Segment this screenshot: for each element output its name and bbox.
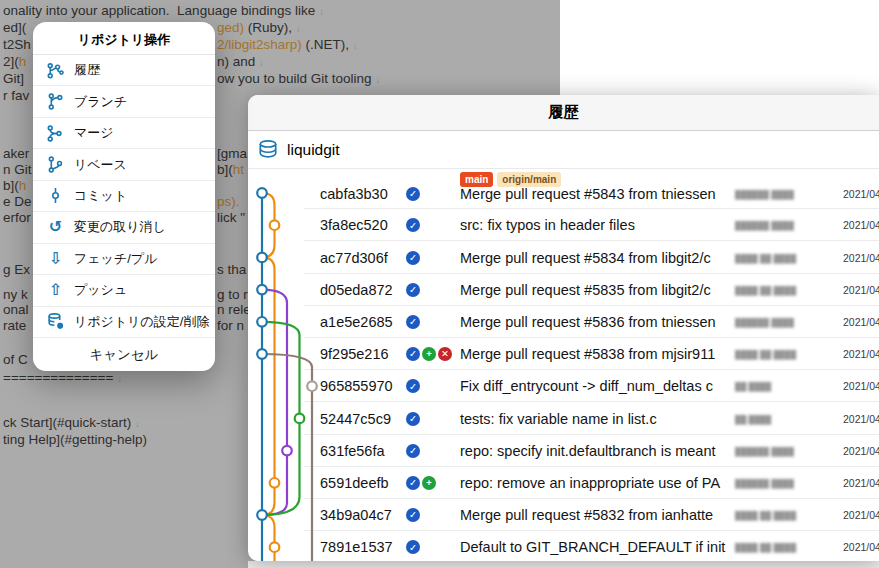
menu-item-undo[interactable]: ↺変更の取り消し xyxy=(33,212,215,243)
commit-author-redacted: ██ ████ xyxy=(735,382,771,391)
commit-hash: 6591deefb xyxy=(320,475,389,491)
doc-text-fragment: ps). xyxy=(217,194,240,209)
status-badge-check-icon: ✓ xyxy=(406,283,420,297)
commit-message: tests: fix variable name in list.c xyxy=(460,411,732,427)
commit-hash: 965855970 xyxy=(320,378,393,394)
menu-item-repo-settings[interactable]: リポジトリの設定/削除 xyxy=(33,307,215,338)
commit-row[interactable]: 52447c5c9✓tests: fix variable name in li… xyxy=(248,402,879,434)
history-icon xyxy=(46,61,65,80)
undo-icon: ↺ xyxy=(46,218,65,237)
commit-message: Merge pull request #5838 from mjsir911 xyxy=(460,346,732,362)
doc-text-fragment: ow you to build Git tooling ↓ xyxy=(217,71,380,87)
commit-date: 2021/04 xyxy=(843,188,879,200)
doc-text-fragment: ged) (Ruby), ↓ xyxy=(217,20,301,36)
commit-row[interactable]: d05eda872✓Merge pull request #5835 from … xyxy=(248,274,879,306)
history-panel: 履歴 liquidgit mainorigin/maincabfa3b30✓Me… xyxy=(248,95,879,561)
doc-text-fragment: aker xyxy=(3,146,29,161)
doc-text-fragment: onality into your application. Language … xyxy=(3,3,324,19)
repo-name: liquidgit xyxy=(287,141,340,159)
status-badges: ✓ xyxy=(406,540,420,554)
commit-hash: 34b9a04c7 xyxy=(320,507,392,523)
doc-text-fragment: rate xyxy=(3,318,26,333)
doc-text-fragment: ed]( xyxy=(3,20,26,35)
status-badge-check-icon: ✓ xyxy=(406,476,420,490)
doc-text-fragment: r fav xyxy=(3,88,29,103)
doc-text-fragment: ck Start](#quick-start) ↓ xyxy=(3,415,140,431)
commit-row[interactable]: a1e5e2685✓Merge pull request #5836 from … xyxy=(248,306,879,338)
commit-message: Merge pull request #5832 from ianhatte xyxy=(460,507,732,523)
doc-text-fragment: lick " xyxy=(217,210,245,225)
menu-item-branch[interactable]: ブランチ xyxy=(33,86,215,117)
menu-item-label: ブランチ xyxy=(74,93,127,111)
commit-row[interactable]: 3fa8ec520✓src: fix typos in header files… xyxy=(248,209,879,241)
doc-text-fragment: t2Sh xyxy=(3,37,31,52)
screen: onality into your application. Language … xyxy=(0,0,879,568)
rebase-icon xyxy=(46,155,65,174)
status-badge-cross-icon: ✕ xyxy=(438,347,452,361)
commit-row[interactable]: ac77d306f✓Merge pull request #5834 from … xyxy=(248,241,879,273)
commit-date: 2021/04 xyxy=(843,316,879,328)
status-badges: ✓ xyxy=(406,444,420,458)
commit-row[interactable]: 34b9a04c7✓Merge pull request #5832 from … xyxy=(248,499,879,531)
commit-date: 2021/04 xyxy=(843,509,879,521)
ref-badges: mainorigin/main xyxy=(460,172,561,187)
commit-message: Fix diff_entrycount -> diff_num_deltas c xyxy=(460,378,732,394)
status-badge-plus-icon: + xyxy=(422,347,436,361)
doc-text-fragment: for n xyxy=(217,318,244,333)
doc-text-fragment: n rele xyxy=(217,302,251,317)
commit-list: mainorigin/maincabfa3b30✓Merge pull requ… xyxy=(248,168,879,561)
commit-hash: ac77d306f xyxy=(320,250,388,266)
menu-item-push[interactable]: ⇧プッシュ xyxy=(33,275,215,306)
branch-icon xyxy=(46,92,65,111)
doc-text-fragment: of C xyxy=(3,352,28,367)
commit-message: repo: specify init.defaultbranch is mean… xyxy=(460,443,732,459)
commit-message: Merge pull request #5834 from libgit2/c xyxy=(460,250,732,266)
commit-hash: cabfa3b30 xyxy=(320,186,388,202)
doc-text-fragment: erfor xyxy=(3,210,31,225)
cancel-button[interactable]: キャンセル xyxy=(33,338,215,371)
commit-date: 2021/04 xyxy=(843,348,879,360)
commit-author-redacted: ██████ ████ xyxy=(735,446,794,455)
commit-message: src: fix typos in header files xyxy=(460,217,732,233)
menu-item-label: リポジトリの設定/削除 xyxy=(74,313,209,331)
commit-hash: 52447c5c9 xyxy=(320,411,391,427)
status-badges: ✓ xyxy=(406,283,420,297)
commit-row[interactable]: 9f295e216✓+✕Merge pull request #5838 fro… xyxy=(248,338,879,370)
commit-row[interactable]: 631fe56fa✓repo: specify init.defaultbran… xyxy=(248,435,879,467)
commit-date: 2021/04 xyxy=(843,219,879,231)
doc-text-fragment: 2](h xyxy=(3,54,26,69)
menu-item-commit[interactable]: コミット xyxy=(33,181,215,212)
commit-row[interactable]: 6591deefb✓+repo: remove an inappropriate… xyxy=(248,467,879,499)
status-badges: ✓ xyxy=(406,218,420,232)
menu-item-fetch-pull[interactable]: ⇩フェッチ/プル xyxy=(33,244,215,275)
menu-item-label: 変更の取り消し xyxy=(74,218,166,236)
commit-row[interactable]: 965855970✓Fix diff_entrycount -> diff_nu… xyxy=(248,370,879,402)
commit-hash: 631fe56fa xyxy=(320,443,385,459)
commit-author-redacted: ██████ ████ xyxy=(735,478,794,487)
commit-message: Default to GIT_BRANCH_DEFAULT if init xyxy=(460,539,732,555)
below-panel-strip xyxy=(248,561,879,568)
repo-row[interactable]: liquidgit xyxy=(248,131,879,169)
commit-author-redacted: ████ ██ ████ xyxy=(735,350,796,359)
doc-text-fragment: b](h xyxy=(3,178,26,193)
status-badges: ✓ xyxy=(406,379,420,393)
status-badge-check-icon: ✓ xyxy=(406,444,420,458)
menu-item-label: コミット xyxy=(74,187,127,205)
menu-item-history[interactable]: 履歴 xyxy=(33,55,215,86)
panel-title: 履歴 xyxy=(549,103,579,122)
menu-item-rebase[interactable]: リベース xyxy=(33,149,215,180)
status-badge-check-icon: ✓ xyxy=(406,187,420,201)
commit-author-redacted: ████ ██ ████ xyxy=(735,285,796,294)
menu-item-label: フェッチ/プル xyxy=(74,250,157,268)
menu-items: 履歴ブランチマージリベースコミット↺変更の取り消し⇩フェッチ/プル⇧プッシュリポ… xyxy=(33,55,215,338)
commit-row[interactable]: 7891e1537✓Default to GIT_BRANCH_DEFAULT … xyxy=(248,531,879,561)
menu-item-label: 履歴 xyxy=(74,61,100,79)
menu-item-merge[interactable]: マージ xyxy=(33,118,215,149)
database-icon xyxy=(257,139,279,161)
status-badges: ✓ xyxy=(406,315,420,329)
status-badge-check-icon: ✓ xyxy=(406,540,420,554)
commit-row[interactable]: mainorigin/maincabfa3b30✓Merge pull requ… xyxy=(248,168,879,209)
menu-item-label: プッシュ xyxy=(74,281,127,299)
repo-actions-menu: リポジトリ操作 履歴ブランチマージリベースコミット↺変更の取り消し⇩フェッチ/プ… xyxy=(33,22,215,371)
doc-text-fragment: ny k xyxy=(3,287,28,302)
